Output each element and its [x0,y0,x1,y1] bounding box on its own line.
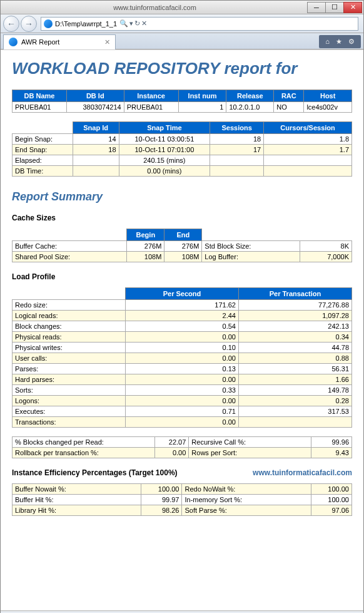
table-row: DB Time: 0.00 (mins) [13,166,352,177]
table-row: Transactions:0.00 [13,417,352,428]
cell: 56.31 [239,364,352,374]
home-icon[interactable]: ⌂ [325,38,330,46]
cell: Sorts: [13,385,126,396]
cell: 18 [210,134,264,145]
cache-sizes-table: Begin End Buffer Cache: 276M 276M Std Bl… [12,229,352,262]
th-instnum: Inst num [178,90,226,102]
cell: 77,276.88 [239,300,352,311]
cell: Physical reads: [13,332,126,343]
cell: 240.15 (mins) [119,155,210,166]
cell: End Snap: [13,145,73,155]
th-blank [202,229,300,241]
cell: 0.00 [155,448,189,458]
cell: PRUEBA01 [13,102,67,113]
cell: 22.07 [155,437,189,448]
cell: 100.00 [311,484,351,495]
cell: 9.43 [311,448,351,458]
table-row: Elapsed: 240.15 (mins) [13,155,352,166]
table-row: Sorts:0.33149.78 [13,385,352,396]
cell: Redo size: [13,300,126,311]
subsection-heading: Cache Sizes [12,214,352,222]
cell: 0.88 [239,353,352,364]
dropdown-icon[interactable]: ▾ [129,19,133,28]
search-icon[interactable]: 🔍 [119,19,128,28]
th-instance: Instance [124,90,178,102]
cell: 0.00 [126,332,239,343]
table-row: Rollback per transaction %: 0.00 Rows pe… [13,448,352,458]
cell: 1.7 [264,145,352,155]
cell: 149.78 [239,385,352,396]
tools-icon[interactable]: ⚙ [348,38,355,46]
subsection-heading: Load Profile [12,272,352,281]
table-row: Buffer Hit %: 99.97 In-memory Sort %: 10… [13,495,352,505]
efficiency-table: Buffer Nowait %: 100.00 Redo NoWait %: 1… [12,483,352,516]
url-input[interactable]: D:\Temp\awrrpt_1_1 🔍 ▾ ↻ ✕ [41,17,358,31]
watermark-link[interactable]: www.tuinformaticafacil.com [253,468,352,477]
th-end: End [164,229,202,241]
cell: 17 [210,145,264,155]
cell: 14 [73,134,119,145]
page-content[interactable]: WORKLOAD REPOSITORY report for DB Name D… [1,49,363,610]
cell: 18 [73,145,119,155]
cell: 0.00 [126,417,239,428]
cell: DB Time: [13,166,73,177]
th-host: Host [304,90,352,102]
back-button[interactable]: ← [3,16,19,32]
th-dbname: DB Name [13,90,67,102]
cell: Buffer Cache: [13,241,127,252]
cell: 276M [127,241,164,252]
table-row: Hard parses:0.001.66 [13,374,352,385]
cell: 0.10 [126,343,239,353]
favorites-icon[interactable]: ★ [336,38,342,46]
tab-close-icon[interactable]: ✕ [104,38,110,46]
window-controls: ─ ☐ ✕ [308,2,362,13]
cell: 10-Oct-11 03:00:51 [119,134,210,145]
forward-button[interactable]: → [21,16,37,32]
db-info-table: DB Name DB Id Instance Inst num Release … [12,90,352,113]
table-row: User calls:0.000.88 [13,353,352,364]
cell: 99.97 [141,495,182,505]
cell: Rollback per transaction %: [13,448,155,458]
cell: Begin Snap: [13,134,73,145]
cell: 0.00 [126,353,239,364]
cell: NO [274,102,304,113]
maximize-button[interactable]: ☐ [325,2,344,13]
subsection-heading: Instance Efficiency Percentages (Target … [12,468,352,477]
table-row: Physical writes:0.1044.78 [13,343,352,353]
cell: Shared Pool Size: [13,252,127,262]
window-title: www.tuinformaticafacil.com [2,4,308,11]
table-row: End Snap: 18 10-Oct-11 07:01:00 17 1.7 [13,145,352,155]
browser-tab[interactable]: AWR Report ✕ [3,34,116,49]
cell: 0.28 [239,396,352,406]
table-row: PRUEBA01 3803074214 PRUEBA01 1 10.2.0.1.… [13,102,352,113]
th-blank [13,288,126,300]
cell: Log Buffer: [202,252,300,262]
stop-icon[interactable]: ✕ [141,19,147,28]
tab-bar: AWR Report ✕ ⌂ ★ ⚙ [1,33,363,49]
cell: Executes: [13,406,126,417]
refresh-icon[interactable]: ↻ [134,19,140,28]
th-begin: Begin [127,229,164,241]
minimize-button[interactable]: ─ [307,2,326,13]
cell [210,166,264,177]
cell: Logical reads: [13,311,126,321]
cell: Physical writes: [13,343,126,353]
cell: Redo NoWait %: [182,484,311,495]
cell [264,166,352,177]
cell: Recursive Call %: [189,437,311,448]
table-row: Block changes:0.54242.13 [13,321,352,332]
cell: Transactions: [13,417,126,428]
cell: 97.06 [311,505,351,516]
table-row: Parses:0.1356.31 [13,364,352,374]
cell: 2.44 [126,311,239,321]
close-button[interactable]: ✕ [343,2,362,13]
cell: 1.66 [239,374,352,385]
table-row: Logons:0.000.28 [13,396,352,406]
table-row: % Blocks changed per Read: 22.07 Recursi… [13,437,352,448]
table-row: Library Hit %: 98.26 Soft Parse %: 97.06 [13,505,352,516]
cell: 0.00 (mins) [119,166,210,177]
cell: 171.62 [126,300,239,311]
cell: 108M [164,252,202,262]
cell: 99.96 [311,437,351,448]
snapshot-table: Snap Id Snap Time Sessions Cursors/Sessi… [12,121,352,177]
